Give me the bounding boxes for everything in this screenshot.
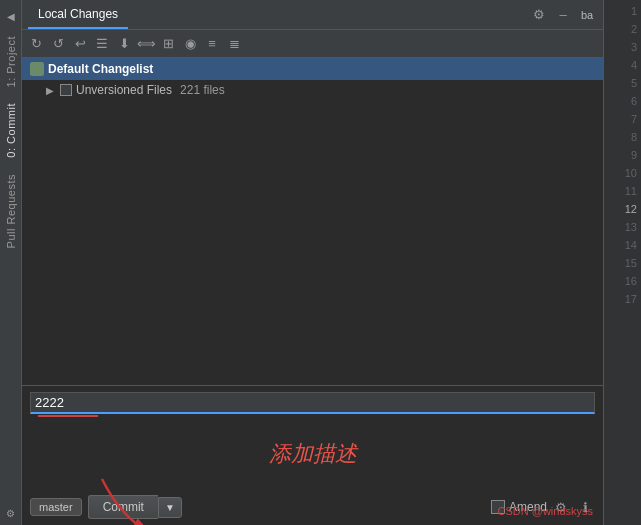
filter-icon[interactable]: ≡ [202,34,222,54]
line-number-6: 6 [604,92,637,110]
line-number-15: 15 [604,254,637,272]
line-number-11: 11 [604,182,637,200]
tab-bar: Local Changes ⚙ – ba [22,0,603,30]
undo-icon[interactable]: ↺ [48,34,68,54]
line-number-8: 8 [604,128,637,146]
line-number-4: 4 [604,56,637,74]
line-number-9: 9 [604,146,637,164]
expand-icon[interactable]: ba [577,5,597,25]
line-number-7: 7 [604,110,637,128]
sidebar-collapse-icon[interactable]: ◀ [2,7,20,25]
rollback-icon[interactable]: ↩ [70,34,90,54]
sidebar-item-pull-requests[interactable]: Pull Requests [5,174,17,248]
changelist-name: Default Changelist [48,62,153,76]
tab-local-changes[interactable]: Local Changes [28,0,128,29]
left-sidebar: ◀ 1: Project 0: Commit Pull Requests ⚙ [0,0,22,525]
commit-underline [38,415,98,417]
amend-info-icon[interactable]: ℹ [575,497,595,517]
unversioned-files-item[interactable]: ▶ Unversioned Files 221 files [22,80,603,100]
line-number-10: 10 [604,164,637,182]
commit-area: 添加描述 master Commit ▼ Amend [22,385,603,525]
settings-icon[interactable]: ⚙ [529,5,549,25]
view-icon[interactable]: ◉ [180,34,200,54]
tab-actions: ⚙ – ba [529,5,597,25]
move-icon[interactable]: ⟺ [136,34,156,54]
sort-icon[interactable]: ≣ [224,34,244,54]
sidebar-bottom-icon[interactable]: ⚙ [2,504,20,522]
line-number-13: 13 [604,218,637,236]
line-number-17: 17 [604,290,637,308]
file-count: 221 files [180,83,225,97]
commit-footer: master Commit ▼ Amend ⚙ ℹ [22,489,603,525]
group-icon[interactable]: ⊞ [158,34,178,54]
refresh-icon[interactable]: ↻ [26,34,46,54]
commit-btn-group: Commit ▼ [88,495,182,519]
line-number-5: 5 [604,74,637,92]
commit-button[interactable]: Commit [88,495,158,519]
line-number-14: 14 [604,236,637,254]
update-icon[interactable]: ⬇ [114,34,134,54]
line-gutter: 1234567891011121314151617 [603,0,641,525]
amend-label: Amend [509,500,547,514]
diff-icon[interactable]: ☰ [92,34,112,54]
line-number-1: 1 [604,2,637,20]
changelist-header[interactable]: Default Changelist [22,58,603,80]
commit-message-input[interactable] [30,392,595,414]
placeholder-text: 添加描述 [22,419,603,489]
minimize-icon[interactable]: – [553,5,573,25]
commit-input-wrapper [22,386,603,419]
sidebar-item-commit[interactable]: 0: Commit [5,103,17,158]
line-number-3: 3 [604,38,637,56]
changelist-icon [30,62,44,76]
amend-settings-icon[interactable]: ⚙ [551,497,571,517]
branch-badge[interactable]: master [30,498,82,516]
sidebar-item-project[interactable]: 1: Project [5,36,17,87]
amend-checkbox[interactable] [491,500,505,514]
amend-row: Amend ⚙ ℹ [491,497,595,517]
commit-dropdown-button[interactable]: ▼ [158,497,182,518]
file-name: Unversioned Files [76,83,172,97]
expand-arrow-icon: ▶ [46,85,54,96]
line-number-16: 16 [604,272,637,290]
line-number-2: 2 [604,20,637,38]
toolbar: ↻ ↺ ↩ ☰ ⬇ ⟺ ⊞ ◉ ≡ ≣ [22,30,603,58]
line-number-12: 12 [604,200,637,218]
file-tree: Default Changelist ▶ Unversioned Files 2… [22,58,603,385]
main-content: Local Changes ⚙ – ba ↻ ↺ ↩ ☰ ⬇ ⟺ ⊞ ◉ ≡ ≣… [22,0,603,525]
file-checkbox[interactable] [60,84,72,96]
